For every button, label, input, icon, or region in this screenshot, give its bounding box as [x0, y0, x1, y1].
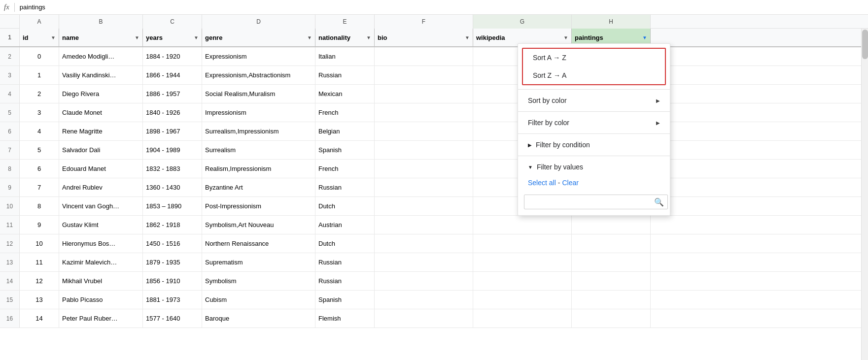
cell-years-13[interactable]: 1881 - 1973	[143, 291, 202, 309]
filter-icon-paintings[interactable]: ▼	[642, 35, 647, 40]
cell-genre-6[interactable]: Realism,Impressionism	[202, 160, 315, 178]
cell-nationality-2[interactable]: Mexican	[315, 85, 375, 103]
cell-years-12[interactable]: 1856 - 1910	[143, 272, 202, 290]
cell-years-9[interactable]: 1862 - 1918	[143, 216, 202, 234]
cell-genre-4[interactable]: Surrealism,Impressionism	[202, 122, 315, 140]
cell-name-13[interactable]: Pablo Picasso	[59, 291, 143, 309]
cell-nationality-13[interactable]: Spanish	[315, 291, 375, 309]
cell-id-2[interactable]: 2	[20, 85, 59, 103]
cell-name-0[interactable]: Amedeo Modigli…	[59, 47, 143, 65]
col-letter-d[interactable]: D	[202, 15, 315, 29]
cell-genre-11[interactable]: Suprematism	[202, 253, 315, 271]
cell-years-14[interactable]: 1577 - 1640	[143, 309, 202, 327]
cell-wikipedia-11[interactable]	[473, 253, 572, 271]
cell-id-13[interactable]: 13	[20, 291, 59, 309]
cell-wikipedia-12[interactable]	[473, 272, 572, 290]
cell-bio-1[interactable]	[375, 66, 473, 84]
filter-by-color-item[interactable]: Filter by color ▶	[518, 114, 670, 131]
filter-icon-bio[interactable]: ▼	[465, 35, 470, 40]
cell-years-1[interactable]: 1866 - 1944	[143, 66, 202, 84]
scrollbar-thumb[interactable]	[862, 30, 868, 59]
cell-bio-12[interactable]	[375, 272, 473, 290]
cell-nationality-8[interactable]: Dutch	[315, 197, 375, 215]
col-letter-h[interactable]: H	[572, 15, 651, 29]
cell-years-10[interactable]: 1450 - 1516	[143, 234, 202, 253]
col-letter-c[interactable]: C	[143, 15, 202, 29]
cell-nationality-9[interactable]: Austrian	[315, 216, 375, 234]
cell-id-10[interactable]: 10	[20, 234, 59, 253]
cell-wikipedia-13[interactable]	[473, 291, 572, 309]
cell-bio-11[interactable]	[375, 253, 473, 271]
cell-id-0[interactable]: 0	[20, 47, 59, 65]
cell-nationality-5[interactable]: Spanish	[315, 141, 375, 159]
cell-years-0[interactable]: 1884 - 1920	[143, 47, 202, 65]
sort-za-item[interactable]: Sort Z → A	[523, 66, 665, 84]
cell-genre-9[interactable]: Symbolism,Art Nouveau	[202, 216, 315, 234]
scrollbar-area[interactable]	[861, 29, 868, 360]
filter-icon-genre[interactable]: ▼	[307, 35, 312, 40]
header-cell-id[interactable]: id ▼	[20, 29, 59, 46]
cell-name-6[interactable]: Edouard Manet	[59, 160, 143, 178]
cell-id-14[interactable]: 14	[20, 309, 59, 327]
cell-name-9[interactable]: Gustav Klimt	[59, 216, 143, 234]
cell-bio-8[interactable]	[375, 197, 473, 215]
cell-id-9[interactable]: 9	[20, 216, 59, 234]
cell-bio-6[interactable]	[375, 160, 473, 178]
cell-bio-3[interactable]	[375, 103, 473, 122]
cell-genre-1[interactable]: Expressionism,Abstractionism	[202, 66, 315, 84]
cell-nationality-14[interactable]: Flemish	[315, 309, 375, 327]
cell-bio-10[interactable]	[375, 234, 473, 253]
cell-nationality-10[interactable]: Dutch	[315, 234, 375, 253]
cell-years-11[interactable]: 1879 - 1935	[143, 253, 202, 271]
header-cell-name[interactable]: name ▼	[59, 29, 143, 46]
filter-icon-id[interactable]: ▼	[51, 35, 56, 40]
header-cell-bio[interactable]: bio ▼	[375, 29, 473, 46]
cell-name-12[interactable]: Mikhail Vrubel	[59, 272, 143, 290]
cell-genre-12[interactable]: Symbolism	[202, 272, 315, 290]
cell-years-3[interactable]: 1840 - 1926	[143, 103, 202, 122]
cell-name-1[interactable]: Vasiliy Kandinski…	[59, 66, 143, 84]
col-letter-e[interactable]: E	[315, 15, 375, 29]
cell-name-7[interactable]: Andrei Rublev	[59, 178, 143, 196]
cell-wikipedia-14[interactable]	[473, 309, 572, 327]
cell-bio-14[interactable]	[375, 309, 473, 327]
search-input[interactable]	[524, 195, 668, 209]
filter-icon-years[interactable]: ▼	[194, 35, 199, 40]
cell-name-5[interactable]: Salvador Dali	[59, 141, 143, 159]
cell-id-1[interactable]: 1	[20, 66, 59, 84]
cell-name-8[interactable]: Vincent van Gogh…	[59, 197, 143, 215]
cell-name-10[interactable]: Hieronymus Bos…	[59, 234, 143, 253]
cell-bio-9[interactable]	[375, 216, 473, 234]
cell-years-8[interactable]: 1853 – 1890	[143, 197, 202, 215]
cell-paintings-12[interactable]	[572, 272, 651, 290]
col-letter-a[interactable]: A	[20, 15, 59, 29]
cell-name-4[interactable]: Rene Magritte	[59, 122, 143, 140]
cell-wikipedia-10[interactable]	[473, 234, 572, 253]
cell-years-2[interactable]: 1886 - 1957	[143, 85, 202, 103]
cell-nationality-11[interactable]: Russian	[315, 253, 375, 271]
cell-genre-5[interactable]: Surrealism	[202, 141, 315, 159]
cell-genre-3[interactable]: Impressionism	[202, 103, 315, 122]
cell-nationality-7[interactable]: Russian	[315, 178, 375, 196]
cell-paintings-13[interactable]	[572, 291, 651, 309]
cell-id-6[interactable]: 6	[20, 160, 59, 178]
cell-id-7[interactable]: 7	[20, 178, 59, 196]
cell-nationality-6[interactable]: French	[315, 160, 375, 178]
cell-id-5[interactable]: 5	[20, 141, 59, 159]
cell-nationality-4[interactable]: Belgian	[315, 122, 375, 140]
cell-paintings-14[interactable]	[572, 309, 651, 327]
cell-id-11[interactable]: 11	[20, 253, 59, 271]
cell-bio-2[interactable]	[375, 85, 473, 103]
sort-by-color-item[interactable]: Sort by color ▶	[518, 92, 670, 109]
cell-genre-13[interactable]: Cubism	[202, 291, 315, 309]
cell-genre-10[interactable]: Northern Renaissance	[202, 234, 315, 253]
cell-years-6[interactable]: 1832 - 1883	[143, 160, 202, 178]
col-letter-g[interactable]: G	[473, 15, 572, 29]
cell-years-4[interactable]: 1898 - 1967	[143, 122, 202, 140]
filter-by-condition-item[interactable]: ▶ Filter by condition	[518, 136, 670, 154]
cell-id-8[interactable]: 8	[20, 197, 59, 215]
cell-id-4[interactable]: 4	[20, 122, 59, 140]
cell-years-5[interactable]: 1904 - 1989	[143, 141, 202, 159]
cell-name-11[interactable]: Kazimir Malevich…	[59, 253, 143, 271]
cell-years-7[interactable]: 1360 - 1430	[143, 178, 202, 196]
